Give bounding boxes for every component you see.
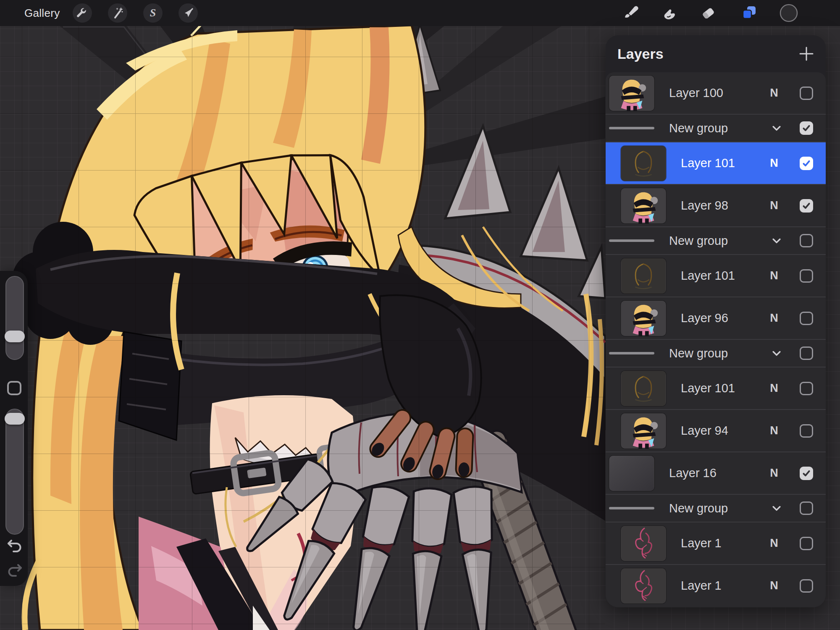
layer-name-label: Layer 98	[681, 199, 728, 213]
blend-mode-button[interactable]: N	[767, 382, 781, 395]
modify-button[interactable]	[7, 381, 21, 395]
visibility-checkbox[interactable]	[800, 579, 813, 593]
redo-icon	[6, 563, 23, 580]
layer-row[interactable]: Layer 16 N	[606, 452, 826, 494]
selection-button[interactable]: S	[143, 3, 163, 23]
visibility-checkbox[interactable]	[800, 269, 813, 283]
layer-thumbnail[interactable]	[621, 301, 666, 336]
layer-name-label: Layer 101	[681, 269, 735, 283]
add-layer-button[interactable]	[798, 45, 815, 62]
blend-mode-button[interactable]: N	[767, 537, 781, 550]
layer-row[interactable]: Layer 101 N	[606, 367, 826, 409]
blend-mode-button[interactable]: N	[767, 269, 781, 282]
blend-mode-button[interactable]: N	[767, 199, 781, 212]
layers-panel-button[interactable]	[739, 3, 759, 23]
layer-name-label: Layer 1	[681, 579, 722, 593]
collapse-chevron[interactable]	[769, 234, 784, 248]
layer-row[interactable]: Layer 1 N	[606, 522, 826, 564]
transform-button[interactable]	[178, 3, 198, 23]
layer-thumbnail[interactable]	[621, 568, 666, 604]
group-row[interactable]: New group	[606, 114, 826, 142]
chevron-down-icon	[771, 347, 782, 359]
visibility-checkbox[interactable]	[800, 424, 813, 438]
sidebar-rail	[0, 271, 28, 586]
undo-button[interactable]	[5, 538, 24, 556]
layer-name-label: Layer 96	[681, 311, 728, 325]
blend-mode-button[interactable]: N	[767, 157, 781, 170]
layer-row[interactable]: Layer 101 N	[606, 254, 826, 297]
blend-mode-button[interactable]: N	[767, 87, 781, 100]
check-icon	[802, 159, 811, 168]
layers-panel-title: Layers	[617, 46, 664, 62]
top-toolbar: Gallery S	[0, 0, 840, 26]
layer-thumbnail[interactable]	[609, 456, 654, 491]
color-swatch-button[interactable]	[779, 3, 798, 23]
visibility-checkbox[interactable]	[800, 346, 813, 360]
brush-tool-button[interactable]	[622, 3, 641, 23]
layer-row[interactable]: Layer 96 N	[606, 297, 826, 339]
chevron-down-icon	[771, 235, 782, 247]
check-icon	[802, 123, 811, 133]
layer-thumbnail[interactable]	[621, 258, 666, 294]
color-circle-icon	[780, 4, 798, 22]
collapse-chevron[interactable]	[769, 501, 784, 515]
layer-thumbnail[interactable]	[621, 371, 666, 406]
group-row[interactable]: New group	[606, 226, 826, 254]
visibility-checkbox[interactable]	[800, 234, 813, 247]
visibility-checkbox[interactable]	[800, 537, 813, 550]
layer-row[interactable]: Layer 101 N	[606, 142, 826, 184]
group-thumbnail-line	[609, 239, 654, 242]
layer-name-label: Layer 1	[681, 536, 722, 550]
layers-panel-header: Layers	[606, 35, 826, 72]
group-row[interactable]: New group	[606, 494, 826, 522]
redo-button[interactable]	[5, 562, 24, 581]
chevron-down-icon	[771, 502, 782, 514]
blend-mode-button[interactable]: N	[767, 467, 781, 480]
collapse-chevron[interactable]	[769, 346, 784, 360]
blend-mode-button[interactable]: N	[767, 424, 781, 437]
layer-row[interactable]: Layer 94 N	[606, 409, 826, 452]
visibility-checkbox[interactable]	[800, 501, 813, 515]
group-name-label: New group	[669, 234, 728, 248]
pink-sketch-thumbnail	[621, 526, 666, 561]
layer-row[interactable]: Layer 98 N	[606, 184, 826, 226]
adjustments-button[interactable]	[108, 3, 127, 23]
layer-row[interactable]: Layer 1 N	[606, 564, 826, 606]
layer-thumbnail[interactable]	[621, 413, 666, 449]
blend-mode-button[interactable]: N	[767, 579, 781, 592]
smudge-finger-icon	[661, 5, 677, 21]
pink-sketch-thumbnail	[621, 568, 666, 604]
collapse-chevron[interactable]	[769, 121, 784, 135]
visibility-checkbox[interactable]	[800, 199, 813, 213]
opacity-handle[interactable]	[5, 413, 25, 425]
layer-thumbnail[interactable]	[621, 188, 666, 223]
layer-thumbnail[interactable]	[621, 146, 666, 181]
opacity-slider[interactable]	[5, 409, 24, 535]
layer-thumbnail[interactable]	[609, 76, 654, 111]
layer-row[interactable]: Layer 100 N	[606, 72, 826, 114]
layer-name-label: Layer 16	[669, 466, 717, 480]
visibility-checkbox[interactable]	[800, 382, 813, 395]
dark-sketch-thumbnail	[621, 146, 666, 181]
gallery-button[interactable]: Gallery	[24, 0, 60, 26]
brush-icon	[623, 5, 639, 21]
visibility-checkbox[interactable]	[800, 157, 813, 170]
layer-name-label: Layer 101	[681, 156, 735, 170]
visibility-checkbox[interactable]	[800, 312, 813, 325]
group-row[interactable]: New group	[606, 339, 826, 367]
layers-panel: Layers Layer 100 N	[606, 35, 826, 607]
group-name-label: New group	[669, 346, 728, 360]
visibility-checkbox[interactable]	[800, 467, 813, 480]
actions-button[interactable]	[73, 3, 92, 23]
wrench-icon	[76, 6, 89, 20]
eraser-tool-button[interactable]	[698, 3, 718, 23]
group-name-label: New group	[669, 121, 728, 135]
brush-size-slider[interactable]	[5, 276, 24, 360]
check-icon	[802, 201, 811, 210]
blend-mode-button[interactable]: N	[767, 312, 781, 325]
smudge-tool-button[interactable]	[659, 3, 679, 23]
brush-size-handle[interactable]	[5, 331, 25, 342]
layer-thumbnail[interactable]	[621, 526, 666, 561]
visibility-checkbox[interactable]	[800, 121, 813, 135]
visibility-checkbox[interactable]	[800, 87, 813, 100]
